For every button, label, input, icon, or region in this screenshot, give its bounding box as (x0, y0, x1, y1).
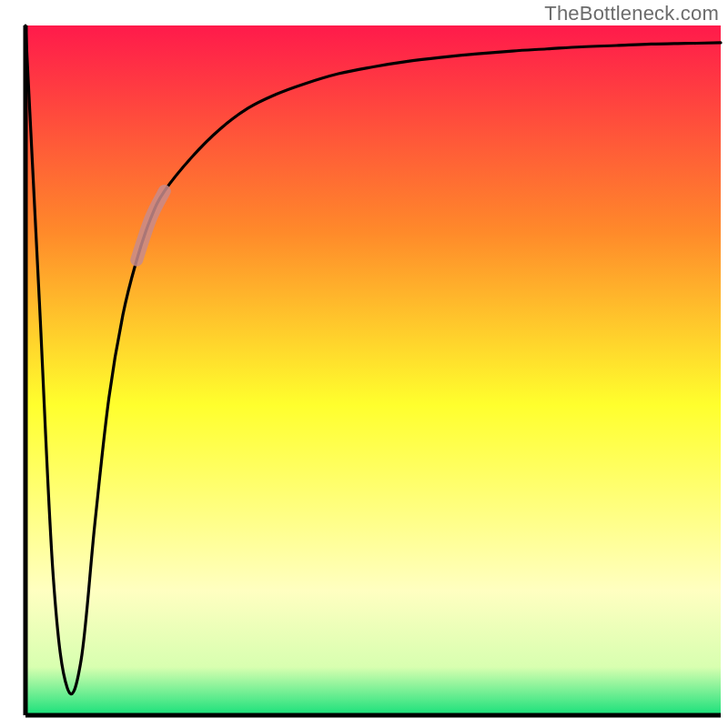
plot-background (25, 25, 721, 715)
chart-stage: TheBottleneck.com (0, 0, 728, 728)
bottleneck-chart (0, 0, 728, 728)
watermark-label: TheBottleneck.com (544, 2, 719, 25)
